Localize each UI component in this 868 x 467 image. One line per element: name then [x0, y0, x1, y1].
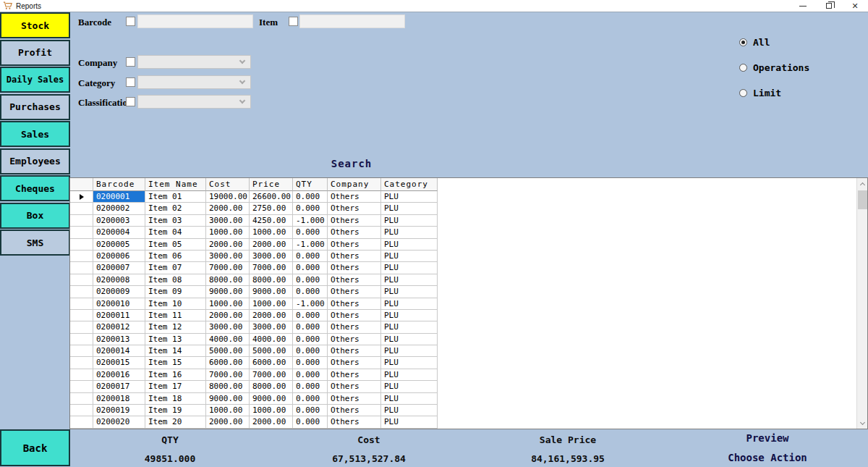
- grid-cell[interactable]: 4250.00: [250, 215, 293, 227]
- grid-cell[interactable]: 0200002: [93, 203, 145, 214]
- grid-cell[interactable]: 19000.00: [206, 191, 250, 203]
- row-selector-cell[interactable]: [70, 345, 93, 357]
- grid-cell[interactable]: 0200005: [93, 239, 145, 251]
- grid-cell[interactable]: PLU: [381, 298, 438, 310]
- grid-cell[interactable]: Item 16: [145, 369, 206, 381]
- row-selector-cell[interactable]: [70, 203, 93, 214]
- grid-cell[interactable]: PLU: [381, 239, 438, 251]
- row-selector-cell[interactable]: [70, 405, 93, 416]
- grid-cell[interactable]: 7000.00: [206, 369, 250, 381]
- grid-cell[interactable]: Others: [328, 251, 381, 262]
- grid-cell[interactable]: Others: [328, 203, 381, 214]
- scrollbar-thumb[interactable]: [858, 190, 867, 209]
- grid-cell[interactable]: PLU: [381, 405, 438, 416]
- grid-cell[interactable]: Others: [328, 215, 381, 227]
- close-button[interactable]: ✕: [842, 0, 868, 12]
- grid-cell[interactable]: Item 13: [145, 334, 206, 345]
- grid-vertical-scrollbar[interactable]: [856, 178, 867, 429]
- grid-cell[interactable]: -1.000: [293, 298, 328, 310]
- grid-cell[interactable]: 0.000: [293, 393, 328, 405]
- radio-icon[interactable]: [739, 64, 747, 72]
- grid-cell[interactable]: Others: [328, 286, 381, 298]
- table-row[interactable]: 0200012Item 123000.003000.000.000OthersP…: [70, 321, 856, 333]
- grid-cell[interactable]: Item 10: [145, 298, 206, 310]
- grid-cell[interactable]: 5000.00: [206, 345, 250, 357]
- radio-option-limit[interactable]: Limit: [739, 88, 809, 98]
- grid-cell[interactable]: PLU: [381, 191, 438, 203]
- grid-cell[interactable]: 0200019: [93, 405, 145, 416]
- grid-cell[interactable]: 0.000: [293, 310, 328, 321]
- grid-cell[interactable]: 0200004: [93, 227, 145, 238]
- grid-cell[interactable]: Item 15: [145, 357, 206, 369]
- grid-cell[interactable]: 0200010: [93, 298, 145, 310]
- grid-cell[interactable]: Others: [328, 274, 381, 286]
- grid-cell[interactable]: Item 02: [145, 203, 206, 214]
- grid-cell[interactable]: Others: [328, 298, 381, 310]
- table-row[interactable]: 0200006Item 063000.003000.000.000OthersP…: [70, 251, 856, 262]
- grid-cell[interactable]: 0.000: [293, 286, 328, 298]
- table-row[interactable]: 0200010Item 101000.001000.00-1.000Others…: [70, 298, 856, 310]
- scroll-down-icon[interactable]: [857, 418, 868, 429]
- row-selector-cell[interactable]: [70, 274, 93, 286]
- grid-column-header-barcode[interactable]: Barcode: [93, 178, 145, 191]
- grid-cell[interactable]: 0200014: [93, 345, 145, 357]
- row-selector-cell[interactable]: [70, 251, 93, 262]
- grid-cell[interactable]: 7000.00: [206, 262, 250, 274]
- scroll-up-icon[interactable]: [857, 178, 868, 189]
- grid-cell[interactable]: 0.000: [293, 416, 328, 428]
- row-selector-cell[interactable]: [70, 239, 93, 251]
- table-row[interactable]: 0200007Item 077000.007000.000.000OthersP…: [70, 262, 856, 274]
- grid-cell[interactable]: 0200020: [93, 416, 145, 428]
- row-selector-cell[interactable]: [70, 227, 93, 238]
- grid-cell[interactable]: 4000.00: [206, 334, 250, 345]
- sidebar-item-profit[interactable]: Profit: [0, 40, 70, 66]
- row-selector-cell[interactable]: [70, 286, 93, 298]
- grid-cell[interactable]: Others: [328, 310, 381, 321]
- grid-cell[interactable]: Others: [328, 334, 381, 345]
- grid-cell[interactable]: Item 11: [145, 310, 206, 321]
- grid-cell[interactable]: Item 01: [145, 191, 206, 203]
- grid-cell[interactable]: 9000.00: [250, 393, 293, 405]
- grid-column-header-item-name[interactable]: Item Name: [145, 178, 206, 191]
- grid-cell[interactable]: 0.000: [293, 274, 328, 286]
- grid-cell[interactable]: 3000.00: [250, 321, 293, 333]
- grid-cell[interactable]: 1000.00: [250, 405, 293, 416]
- grid-cell[interactable]: Item 06: [145, 251, 206, 262]
- grid-cell[interactable]: PLU: [381, 357, 438, 369]
- grid-cell[interactable]: -1.000: [293, 215, 328, 227]
- item-input[interactable]: [299, 14, 405, 28]
- grid-cell[interactable]: PLU: [381, 416, 438, 428]
- grid-cell[interactable]: PLU: [381, 286, 438, 298]
- radio-option-operations[interactable]: Operations: [739, 62, 809, 73]
- radio-icon[interactable]: [739, 89, 747, 97]
- grid-cell[interactable]: 6000.00: [206, 357, 250, 369]
- grid-column-header-category[interactable]: Category: [381, 178, 438, 191]
- table-row[interactable]: 0200009Item 099000.009000.000.000OthersP…: [70, 286, 856, 298]
- grid-cell[interactable]: PLU: [381, 215, 438, 227]
- grid-cell[interactable]: Item 14: [145, 345, 206, 357]
- table-row[interactable]: 0200003Item 033000.004250.00-1.000Others…: [70, 215, 856, 227]
- grid-cell[interactable]: PLU: [381, 227, 438, 238]
- sidebar-item-daily-sales[interactable]: Daily Sales: [0, 67, 70, 93]
- grid-column-header-qty[interactable]: QTY: [293, 178, 328, 191]
- table-row[interactable]: 0200016Item 167000.007000.000.000OthersP…: [70, 369, 856, 381]
- back-button[interactable]: Back: [0, 429, 70, 466]
- grid-cell[interactable]: Others: [328, 345, 381, 357]
- grid-cell[interactable]: 0200013: [93, 334, 145, 345]
- sidebar-item-sms[interactable]: SMS: [0, 230, 70, 256]
- row-selector-cell[interactable]: [70, 215, 93, 227]
- grid-cell[interactable]: 0.000: [293, 203, 328, 214]
- grid-column-header-company[interactable]: Company: [328, 178, 381, 191]
- grid-cell[interactable]: Others: [328, 191, 381, 203]
- grid-cell[interactable]: 2000.00: [250, 416, 293, 428]
- preview-button[interactable]: Preview: [746, 432, 788, 444]
- grid-cell[interactable]: 9000.00: [250, 286, 293, 298]
- grid-cell[interactable]: 3000.00: [206, 215, 250, 227]
- table-row[interactable]: 0200020Item 202000.002000.000.000OthersP…: [70, 416, 856, 428]
- grid-cell[interactable]: PLU: [381, 321, 438, 333]
- minimize-button[interactable]: [790, 0, 816, 12]
- classification-checkbox[interactable]: [126, 97, 135, 106]
- company-checkbox[interactable]: [126, 57, 135, 67]
- grid-cell[interactable]: 8000.00: [206, 274, 250, 286]
- grid-cell[interactable]: 1000.00: [250, 227, 293, 238]
